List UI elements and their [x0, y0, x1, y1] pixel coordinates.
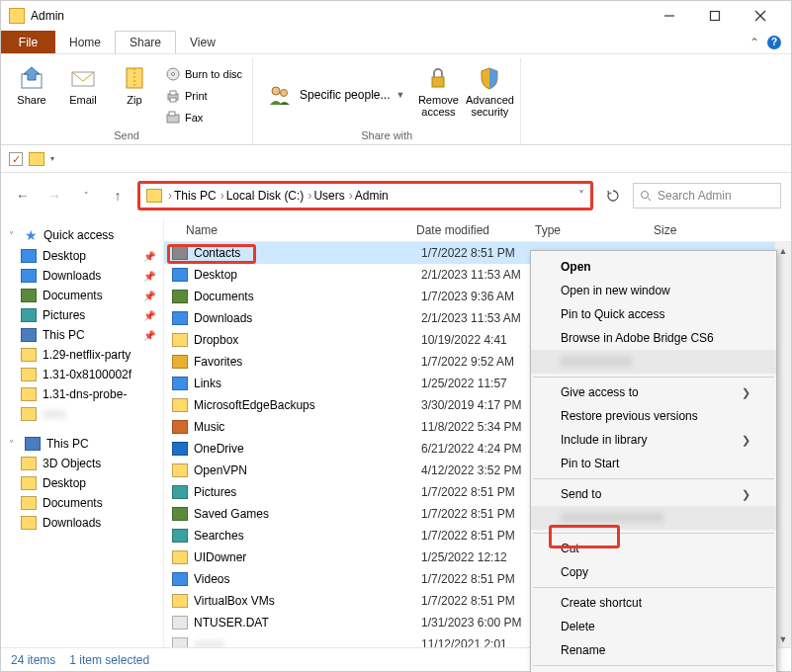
crumb-users[interactable]: Users — [313, 189, 344, 203]
file-date: 1/7/2022 8:51 PM — [421, 572, 545, 586]
column-date[interactable]: Date modified — [416, 223, 535, 237]
links-icon — [172, 377, 188, 390]
expand-icon[interactable]: ˅ — [9, 230, 19, 241]
folder-icon — [21, 368, 37, 381]
sidebar-item[interactable]: Desktop — [1, 473, 163, 493]
ctx-pin-quick-access[interactable]: Pin to Quick access — [531, 302, 776, 326]
sidebar-item[interactable]: xxxx — [1, 404, 163, 424]
folder-icon — [21, 516, 37, 530]
sidebar-item[interactable]: Pictures📌 — [1, 305, 163, 325]
column-size[interactable]: Size — [654, 223, 733, 237]
crumb-admin[interactable]: Admin — [355, 189, 389, 203]
tab-home[interactable]: Home — [55, 31, 115, 53]
ctx-send-to[interactable]: Send to❯ — [531, 482, 776, 506]
qat-dropdown-icon[interactable]: ▾ — [50, 154, 54, 163]
specific-people-button[interactable]: Specific people... ▼ — [259, 62, 411, 127]
sidebar-item-label: 3D Objects — [43, 457, 101, 470]
ctx-include-library[interactable]: Include in library❯ — [531, 428, 776, 452]
navigation-pane: ˅ ★ Quick access Desktop📌Downloads📌Docum… — [1, 218, 164, 647]
svg-rect-11 — [170, 91, 176, 95]
expand-icon[interactable]: ˅ — [9, 439, 19, 450]
select-checkbox[interactable]: ✓ — [9, 152, 23, 166]
ctx-blurred-item[interactable]: XXXXXXXXXXXXX — [531, 506, 776, 530]
ctx-restore-versions[interactable]: Restore previous versions — [531, 404, 776, 428]
sidebar-item[interactable]: 1.29-netflix-party — [1, 345, 163, 365]
file-name: OpenVPN — [194, 463, 421, 477]
sidebar-item[interactable]: Downloads — [1, 513, 163, 533]
maximize-button[interactable] — [692, 1, 738, 31]
crumb-local-disk[interactable]: Local Disk (C:) — [226, 189, 305, 203]
sidebar-this-pc[interactable]: ˅ This PC — [1, 434, 163, 454]
vids-icon — [172, 572, 188, 586]
scroll-up-icon[interactable]: ▲ — [775, 242, 791, 259]
ctx-give-access[interactable]: Give access to❯ — [531, 380, 776, 404]
address-row: ← → ˅ ↑ › This PC› Local Disk (C:)› User… — [1, 173, 791, 218]
file-name: Contacts — [194, 246, 421, 260]
minimize-button[interactable] — [647, 1, 692, 31]
scroll-down-icon[interactable]: ▼ — [775, 630, 791, 647]
dropdown-icon: ▼ — [396, 90, 404, 100]
file-icon — [172, 616, 188, 630]
sidebar-item[interactable]: Documents📌 — [1, 286, 163, 305]
tab-view[interactable]: View — [176, 31, 229, 53]
ctx-create-shortcut[interactable]: Create shortcut — [531, 591, 776, 615]
sidebar-item[interactable]: 1.31-dns-probe- — [1, 384, 163, 404]
dl-icon — [21, 269, 37, 283]
ctx-rename[interactable]: Rename — [531, 638, 776, 662]
tab-share[interactable]: Share — [115, 31, 176, 53]
sidebar-item[interactable]: Downloads📌 — [1, 266, 163, 286]
column-type[interactable]: Type — [535, 223, 654, 237]
address-dropdown-icon[interactable]: ˅ — [578, 189, 584, 203]
folder-icon — [21, 387, 37, 401]
zip-button[interactable]: Zip — [110, 62, 159, 108]
forward-button[interactable]: → — [43, 184, 66, 208]
help-icon[interactable]: ? — [767, 36, 781, 49]
search-input[interactable]: Search Admin — [633, 183, 781, 209]
remove-access-button[interactable]: Remove access — [413, 62, 463, 120]
fax-icon — [165, 110, 181, 126]
refresh-button[interactable] — [601, 184, 625, 208]
back-button[interactable]: ← — [11, 184, 35, 208]
column-name[interactable]: Name — [164, 223, 416, 237]
ribbon-group-share-with: Specific people... ▼ Remove access Advan… — [253, 58, 521, 144]
address-bar[interactable]: › This PC› Local Disk (C:)› Users› Admin… — [137, 181, 593, 210]
sidebar-item[interactable]: This PC📌 — [1, 325, 163, 345]
ctx-copy[interactable]: Copy — [531, 560, 776, 584]
sidebar-item[interactable]: 3D Objects — [1, 454, 163, 473]
music-icon — [172, 420, 188, 434]
advanced-security-button[interactable]: Advanced security — [465, 62, 514, 120]
tab-file[interactable]: File — [1, 31, 55, 53]
share-button[interactable]: Share — [7, 62, 56, 108]
svg-rect-17 — [432, 77, 444, 87]
lock-icon — [424, 64, 452, 92]
ctx-open-new-window[interactable]: Open in new window — [531, 279, 776, 302]
close-button[interactable] — [738, 1, 783, 31]
up-button[interactable]: ↑ — [106, 184, 130, 208]
folder-icon — [172, 550, 188, 564]
svg-rect-12 — [170, 98, 176, 102]
sidebar-item-label: This PC — [43, 328, 85, 342]
fax-button[interactable]: Fax — [161, 108, 246, 127]
ctx-open[interactable]: Open — [531, 255, 776, 279]
sidebar-item[interactable]: Documents — [1, 493, 163, 513]
svg-point-15 — [272, 87, 280, 95]
ctx-delete[interactable]: Delete — [531, 615, 776, 638]
ribbon-collapse-icon[interactable]: ⌃ — [749, 36, 759, 49]
folder-icon — [172, 463, 188, 477]
pin-icon: 📌 — [143, 251, 155, 262]
email-button[interactable]: Email — [58, 62, 108, 108]
sidebar-quick-access[interactable]: ˅ ★ Quick access — [1, 224, 163, 246]
history-dropdown[interactable]: ˅ — [74, 184, 98, 208]
ctx-adobe-bridge[interactable]: Browse in Adobe Bridge CS6 — [531, 326, 776, 350]
file-name: Desktop — [194, 268, 421, 282]
ctx-cut[interactable]: Cut — [531, 537, 776, 560]
crumb-this-pc[interactable]: This PC — [174, 189, 217, 203]
sidebar-item[interactable]: Desktop📌 — [1, 246, 163, 266]
print-button[interactable]: Print — [161, 86, 246, 106]
ctx-pin-start[interactable]: Pin to Start — [531, 452, 776, 475]
chevron-right-icon: › — [220, 189, 224, 203]
burn-button[interactable]: Burn to disc — [161, 64, 246, 84]
shield-icon — [476, 64, 503, 92]
ctx-blurred-item[interactable]: XXXXXXXXX — [531, 350, 776, 374]
sidebar-item[interactable]: 1.31-0x8100002f — [1, 365, 163, 384]
